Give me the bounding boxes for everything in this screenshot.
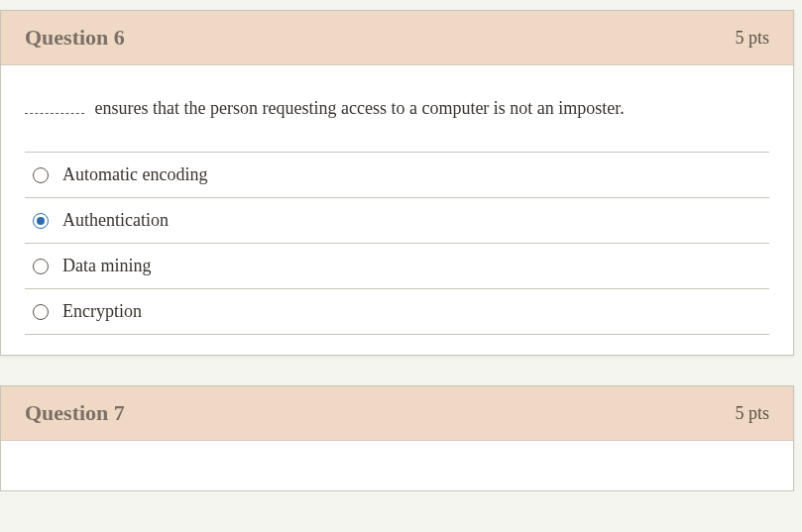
question-7-body bbox=[1, 441, 793, 490]
option-data-mining[interactable]: Data mining bbox=[25, 243, 769, 288]
question-6-body: ensures that the person requesting acces… bbox=[1, 65, 793, 355]
radio-icon bbox=[33, 259, 49, 274]
question-7-points: 5 pts bbox=[735, 403, 769, 424]
question-6-points: 5 pts bbox=[735, 28, 769, 49]
question-6-prompt: ensures that the person requesting acces… bbox=[95, 98, 625, 118]
option-label: Automatic encoding bbox=[62, 164, 207, 185]
question-7-card: Question 7 5 pts bbox=[0, 385, 794, 491]
option-label: Authentication bbox=[62, 210, 169, 231]
radio-icon bbox=[33, 213, 49, 229]
question-7-header: Question 7 5 pts bbox=[1, 386, 793, 441]
question-6-options: Automatic encoding Authentication Data m… bbox=[25, 152, 769, 335]
question-6-card: Question 6 5 pts ensures that the person… bbox=[0, 10, 794, 356]
option-label: Encryption bbox=[62, 301, 142, 322]
fill-blank bbox=[25, 113, 84, 114]
question-6-title: Question 6 bbox=[25, 25, 125, 51]
question-6-header: Question 6 5 pts bbox=[1, 11, 793, 65]
radio-icon bbox=[33, 304, 49, 320]
radio-icon bbox=[33, 167, 49, 183]
option-encryption[interactable]: Encryption bbox=[25, 288, 769, 335]
option-label: Data mining bbox=[62, 256, 151, 276]
question-6-text: ensures that the person requesting acces… bbox=[25, 95, 769, 122]
option-authentication[interactable]: Authentication bbox=[25, 197, 769, 243]
question-7-title: Question 7 bbox=[25, 400, 125, 426]
option-automatic-encoding[interactable]: Automatic encoding bbox=[25, 152, 769, 197]
